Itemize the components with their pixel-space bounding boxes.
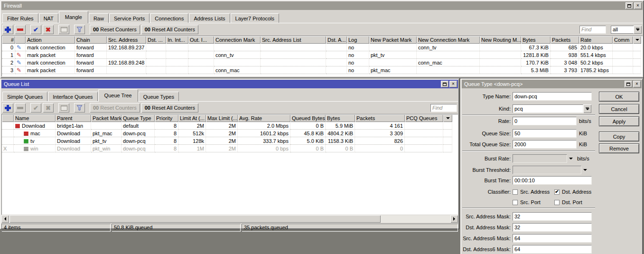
col-header-priority[interactable]: Priority (155, 114, 178, 122)
disable-button[interactable]: ✖ (43, 103, 54, 113)
col-header-avg-rate[interactable]: Avg. Rate (238, 114, 290, 122)
scrollbar-thumb[interactable] (9, 215, 381, 223)
col-header-new-packet-mark[interactable]: New Packet Mark (369, 36, 417, 44)
column-selector-button[interactable] (633, 36, 641, 44)
tab-mangle[interactable]: Mangle (59, 11, 88, 23)
add-button[interactable] (2, 103, 13, 113)
dst-address-checkbox[interactable]: ✔ (554, 189, 560, 195)
tab-service-ports[interactable]: Service Ports (109, 13, 149, 23)
burst-threshold-field[interactable] (513, 166, 581, 174)
col-header-src-address[interactable]: Src. Address (107, 36, 146, 44)
find-input[interactable] (579, 26, 606, 34)
dst-port-checkbox[interactable] (554, 200, 560, 205)
src-address6-mask-field[interactable] (513, 234, 592, 243)
col-header-queued-bytes[interactable]: Queued Bytes (290, 114, 326, 122)
tab-connections[interactable]: Connections (150, 13, 188, 23)
close-button[interactable]: × (449, 81, 457, 87)
table-row[interactable]: Download bridge1-lan default 8 2M 2M 2.0… (2, 122, 452, 130)
col-header-log[interactable]: Log (347, 36, 369, 44)
col-header-src-address-list[interactable]: Src. Address List (261, 36, 326, 44)
reset-counters-button[interactable]: 00 Reset Counters (90, 25, 140, 34)
col-header-rate[interactable]: Rate (579, 36, 613, 44)
col-header-parent[interactable]: Parent (56, 114, 91, 122)
kind-field[interactable] (513, 104, 583, 113)
tab-nat[interactable]: NAT (39, 13, 58, 23)
col-header-flags[interactable] (15, 36, 26, 44)
col-header-flags[interactable] (2, 114, 14, 122)
enable-button[interactable]: ✔ (30, 103, 41, 113)
col-header-bytes[interactable]: Bytes (326, 114, 355, 122)
comment-button[interactable] (58, 103, 69, 113)
disable-button[interactable]: ✖ (43, 25, 54, 34)
enable-button[interactable]: ✔ (30, 25, 41, 34)
col-header-pcq-queues[interactable]: PCQ Queues (405, 114, 443, 122)
table-row[interactable]: X win Download pkt_win down-pcq 8 1M 2M … (2, 145, 452, 152)
col-header-packet-marks[interactable]: Packet Marks (91, 114, 121, 122)
burst-time-field[interactable] (513, 176, 592, 185)
dropdown-arrow-icon[interactable] (583, 169, 587, 171)
total-queue-size-field[interactable] (513, 140, 577, 149)
tab-interface-queues[interactable]: Interface Queues (48, 92, 97, 102)
table-row[interactable]: tv Download pkt_tv down-pcq 8 128k 2M 33… (2, 137, 452, 145)
tab-filter-rules[interactable]: Filter Rules (2, 13, 38, 23)
rate-field[interactable] (513, 117, 577, 125)
table-row[interactable]: 1 ✎ mark packet forward conn_tv no pkt_t… (2, 51, 641, 59)
col-header-name[interactable]: Name (14, 114, 56, 122)
tab-queue-tree[interactable]: Queue Tree (98, 89, 138, 102)
col-header-bytes[interactable]: Bytes (521, 36, 551, 44)
column-selector-button[interactable] (443, 114, 452, 122)
tab-queue-types[interactable]: Queue Types (139, 92, 179, 102)
add-button[interactable] (2, 25, 13, 34)
firewall-titlebar[interactable]: Firewall × (1, 1, 643, 10)
type-name-field[interactable] (513, 92, 592, 101)
col-header-queue-type[interactable]: Queue Type (121, 114, 155, 122)
table-row[interactable]: 3 ✎ mark packet forward conn_mac no pkt_… (2, 66, 641, 74)
col-header-packets[interactable]: Packets (551, 36, 579, 44)
copy-button[interactable]: Copy (599, 132, 639, 141)
remove-button[interactable] (15, 25, 26, 34)
kind-dropdown-button[interactable] (583, 104, 591, 113)
maximize-button[interactable] (441, 81, 448, 87)
remove-button[interactable]: Remove (599, 144, 639, 153)
col-header-action[interactable]: Action (26, 36, 75, 44)
col-header-packets[interactable]: Packets (355, 114, 405, 122)
horizontal-scrollbar[interactable] (1, 215, 458, 223)
src-port-checkbox[interactable] (513, 200, 518, 205)
maximize-button[interactable] (625, 81, 632, 87)
reset-counters-button[interactable]: 00 Reset Counters (90, 103, 140, 113)
ok-button[interactable]: OK (599, 92, 639, 101)
col-header-max-limit[interactable]: Max Limit (... (206, 114, 238, 122)
col-header-dst-address-list[interactable]: Dst. A... (326, 36, 347, 44)
reset-all-counters-button[interactable]: 00 Reset All Counters (141, 103, 198, 113)
src-address-mask-field[interactable] (513, 212, 592, 221)
close-button[interactable]: × (633, 81, 641, 87)
dst-address-mask-field[interactable] (513, 223, 592, 232)
col-header-dst-address[interactable]: Dst. ... (146, 36, 166, 44)
col-header-number[interactable]: # (2, 36, 15, 44)
tab-address-lists[interactable]: Address Lists (189, 13, 230, 23)
dropdown-arrow-icon[interactable] (569, 158, 573, 160)
col-header-limit-at[interactable]: Limit At (... (178, 114, 206, 122)
col-header-new-routing-mark[interactable]: New Routing M... (480, 36, 521, 44)
table-row[interactable]: 0 ✎ mark connection forward 192.168.89.2… (2, 44, 641, 51)
tab-raw[interactable]: Raw (89, 13, 109, 23)
col-header-comment[interactable]: Comm (613, 36, 633, 44)
col-header-in-interface[interactable]: In. Int... (166, 36, 188, 44)
scroll-right-button[interactable] (450, 215, 458, 223)
dst-address6-mask-field[interactable] (513, 245, 592, 254)
tab-layer7-protocols[interactable]: Layer7 Protocols (231, 13, 280, 23)
table-row[interactable]: 2 ✎ mark connection forward 192.168.89.2… (2, 59, 641, 66)
col-header-chain[interactable]: Chain (75, 36, 107, 44)
reset-all-counters-button[interactable]: 00 Reset All Counters (141, 25, 198, 34)
scrollbar-track[interactable] (9, 215, 450, 223)
maximize-button[interactable] (625, 2, 633, 9)
scroll-left-button[interactable] (1, 215, 9, 223)
view-filter-combo[interactable]: all (611, 26, 642, 34)
tab-simple-queues[interactable]: Simple Queues (2, 92, 47, 102)
comment-button[interactable] (58, 25, 69, 34)
col-header-out-interface[interactable]: Out. I... (188, 36, 214, 44)
burst-rate-field[interactable] (513, 154, 567, 163)
filter-button[interactable] (74, 25, 85, 34)
cancel-button[interactable]: Cancel (599, 104, 639, 113)
close-button[interactable]: × (634, 2, 642, 9)
